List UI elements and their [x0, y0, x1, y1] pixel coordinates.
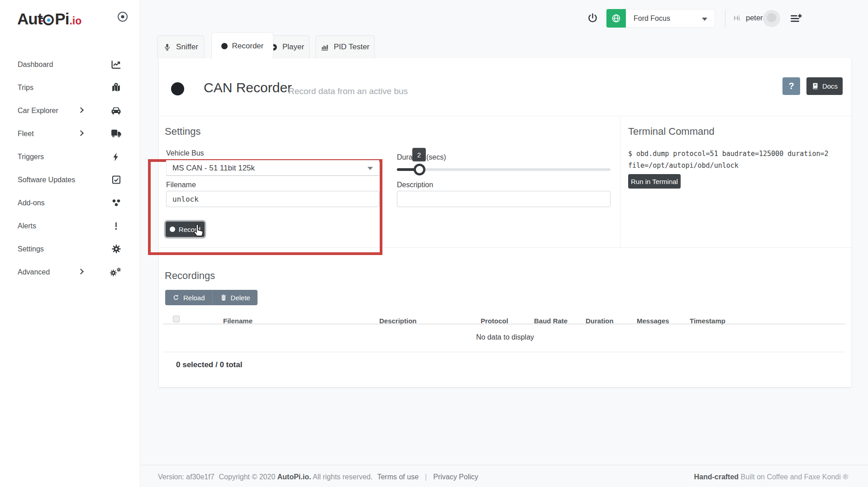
terminal-command-line2: file=/opt/autopi/obd/unlock — [628, 161, 739, 170]
run-in-terminal-button[interactable]: Run in Terminal — [628, 174, 681, 189]
record-circle-icon — [170, 227, 175, 232]
slider-handle[interactable] — [414, 164, 425, 175]
duration-tooltip: 2 — [412, 148, 426, 161]
select-all-checkbox[interactable] — [173, 316, 180, 322]
sidebar-item-car-explorer[interactable]: Car Explorer — [0, 99, 140, 122]
delete-button-label: Delete — [231, 294, 250, 302]
settings-recordings-divider — [159, 247, 851, 248]
gear-icon — [110, 243, 122, 255]
footer-left: Version: af30e1f7 Copyright © 2020 AutoP… — [158, 473, 478, 481]
sidebar-item-label: Add-ons — [18, 199, 45, 207]
gears-icon — [110, 266, 122, 278]
help-button[interactable]: ? — [782, 77, 800, 95]
globe-icon — [611, 13, 621, 24]
terminal-command-line1: $ obd.dump protocol=51 baudrate=125000 d… — [628, 150, 829, 158]
privacy-policy-link[interactable]: Privacy Policy — [433, 473, 478, 481]
table-bottom-divider — [163, 352, 845, 352]
chevron-right-icon — [78, 130, 84, 136]
greeting-prefix: Hi — [734, 14, 740, 22]
exclamation-icon — [110, 220, 122, 232]
power-icon[interactable] — [587, 12, 599, 24]
truck-icon — [110, 128, 122, 140]
tab-pid-tester[interactable]: PID Tester — [315, 35, 375, 58]
record-dot-icon — [221, 43, 228, 49]
sidebar-item-label: Dashboard — [18, 61, 53, 69]
footer-copyright-prefix: Copyright © 2020 — [219, 473, 276, 481]
duration-slider[interactable] — [397, 164, 610, 175]
record-button[interactable]: Record — [166, 222, 205, 237]
tab-label: Sniffer — [176, 43, 198, 52]
playlist-add-icon[interactable] — [789, 12, 803, 25]
record-button-label: Record — [179, 226, 200, 233]
slider-track[interactable] — [397, 168, 610, 171]
microphone-icon — [163, 43, 172, 52]
footer-copyright: Copyright © 2020 AutoPi.io. All rights r… — [219, 473, 373, 481]
logo-suffix: .io — [69, 15, 81, 27]
footer-divider — [140, 465, 868, 465]
docs-button[interactable]: Docs — [806, 77, 843, 95]
description-input[interactable] — [397, 191, 610, 207]
filename-label: Filename — [166, 181, 196, 189]
sidebar-item-label: Triggers — [18, 153, 44, 161]
footer-built-on: Built on Coffee and Faxe Kondi ® — [741, 473, 848, 481]
vehicle-globe-badge — [606, 9, 626, 28]
tab-label: Player — [282, 43, 304, 52]
chevron-down-icon — [367, 167, 373, 170]
footer-version: Version: af30e1f7 — [158, 473, 215, 481]
chevron-down-icon — [702, 18, 707, 21]
vehicle-select-value: Ford Focus — [634, 14, 670, 23]
map-marked-icon — [110, 81, 122, 94]
docs-button-label: Docs — [822, 82, 838, 90]
selection-summary: 0 selected / 0 total — [176, 360, 242, 369]
vehicle-bus-select[interactable]: MS CAN - 51 11bit 125k — [166, 160, 379, 176]
footer-brand: AutoPi.io. — [277, 473, 311, 481]
header-divider — [159, 116, 851, 116]
filename-input[interactable] — [166, 191, 379, 207]
reload-icon — [172, 294, 180, 301]
sidebar-item-fleet[interactable]: Fleet — [0, 122, 140, 145]
chart-bar-icon — [320, 43, 329, 52]
sidebar-item-label: Settings — [18, 245, 44, 253]
topbar-divider — [725, 9, 725, 27]
trash-icon — [220, 294, 227, 301]
vehicle-bus-value: MS CAN - 51 11bit 125k — [172, 164, 255, 173]
logo-part2: Pi — [55, 10, 69, 28]
tab-label: Recorder — [232, 42, 264, 51]
greeting-username: peter — [746, 14, 763, 22]
sidebar-item-triggers[interactable]: Triggers — [0, 145, 140, 168]
recordings-button-group: Reload Delete — [165, 290, 258, 305]
sidebar-item-trips[interactable]: Trips — [0, 76, 140, 99]
delete-button[interactable]: Delete — [212, 290, 258, 305]
sidebar-item-add-ons[interactable]: Add-ons — [0, 191, 140, 214]
recorder-status-circle — [171, 82, 184, 95]
logo-part1: Aut — [17, 10, 42, 28]
description-label: Description — [397, 181, 433, 189]
sidebar-item-dashboard[interactable]: Dashboard — [0, 53, 140, 76]
sidebar-item-advanced[interactable]: Advanced — [0, 260, 140, 284]
autopi-logo[interactable]: Aut Pi .io — [17, 10, 81, 28]
terminal-heading: Terminal Command — [628, 126, 715, 137]
check-square-icon — [110, 174, 122, 186]
sidebar-collapse-target-icon[interactable] — [117, 11, 129, 23]
table-header-divider — [163, 324, 845, 324]
autopi-app: Aut Pi .io Dashboard Trips Car Explo — [0, 0, 868, 487]
tab-recorder[interactable]: Recorder — [211, 33, 273, 59]
tab-sniffer[interactable]: Sniffer — [157, 35, 204, 58]
sidebar-item-label: Trips — [18, 84, 33, 92]
chevron-right-icon — [78, 107, 84, 113]
sidebar-item-settings[interactable]: Settings — [0, 237, 140, 260]
sidebar-item-label: Software Updates — [18, 176, 75, 184]
avatar[interactable] — [763, 10, 780, 27]
terms-of-use-link[interactable]: Terms of use — [377, 473, 419, 481]
book-icon — [811, 82, 819, 90]
sidebar-item-alerts[interactable]: Alerts — [0, 214, 140, 237]
vehicle-select[interactable]: Ford Focus — [626, 9, 715, 28]
page-subtitle: Record data from an active bus — [288, 86, 408, 96]
footer-handcrafted: Hand-crafted — [694, 473, 739, 481]
vehicle-bus-label: Vehicle Bus — [166, 149, 204, 157]
sidebar-item-software-updates[interactable]: Software Updates — [0, 168, 140, 191]
chevron-right-icon — [78, 269, 84, 274]
reload-button-label: Reload — [183, 294, 205, 302]
reload-button[interactable]: Reload — [165, 290, 212, 305]
sidebar-item-label: Alerts — [18, 222, 36, 230]
